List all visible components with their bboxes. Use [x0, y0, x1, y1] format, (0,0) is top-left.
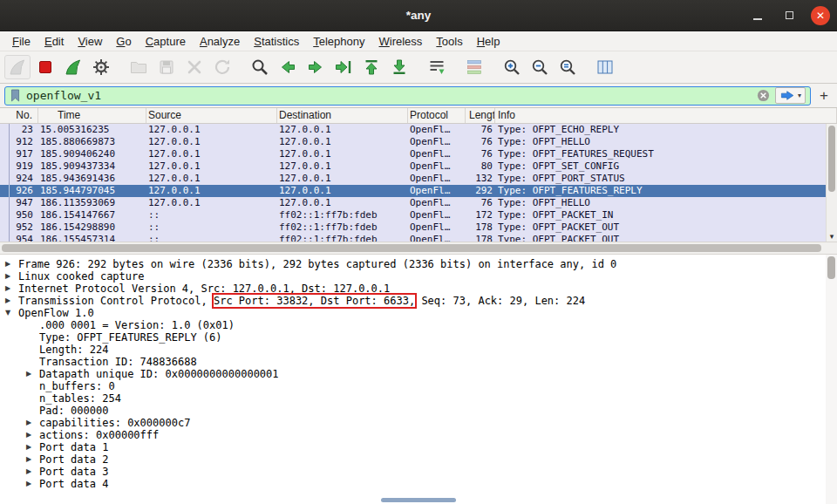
detail-line[interactable]: ▶Transmission Control Protocol, Src Port…: [0, 295, 837, 307]
column-header-length[interactable]: Length: [466, 108, 495, 123]
detail-line[interactable]: ▶Datapath unique ID: 0x0000000000000001: [0, 368, 837, 380]
detail-line[interactable]: ▶Port data 4: [0, 478, 837, 490]
detail-line[interactable]: ▶Linux cooked capture: [0, 270, 837, 283]
zoom-in-button[interactable]: [499, 55, 525, 79]
detail-line[interactable]: Pad: 000000: [0, 405, 837, 417]
menu-bar: FileEditViewGoCaptureAnalyzeStatisticsTe…: [0, 31, 837, 51]
stop-capture-button[interactable]: [32, 55, 58, 79]
filter-bookmark-icon[interactable]: [10, 88, 21, 103]
go-first-button[interactable]: [358, 55, 384, 79]
find-packet-button[interactable]: [247, 55, 273, 79]
details-hscrollbar[interactable]: [381, 498, 456, 502]
detail-line[interactable]: ▶Port data 1: [0, 441, 837, 453]
column-header-source[interactable]: Source: [146, 108, 277, 123]
packet-list-hscrollbar[interactable]: [0, 242, 837, 255]
expand-icon[interactable]: ▶: [26, 478, 39, 490]
menu-item-capture[interactable]: Capture: [139, 33, 193, 50]
scrollbar-handle[interactable]: [827, 256, 835, 279]
cell-time: 185.880669873: [38, 136, 146, 148]
expand-icon[interactable]: ▶: [5, 283, 18, 295]
packet-row[interactable]: 954186.155457314::ff02::1:ff7b:fdebOpenF…: [0, 234, 826, 242]
auto-scroll-button[interactable]: [424, 55, 450, 79]
column-header-no[interactable]: No.: [0, 108, 38, 123]
minimize-button[interactable]: [748, 6, 767, 25]
column-header-destination[interactable]: Destination: [277, 108, 408, 123]
expand-icon[interactable]: ▶: [26, 466, 39, 478]
packet-row[interactable]: 952186.154298890::ff02::1:ff7b:fdebOpenF…: [0, 221, 826, 234]
menu-item-statistics[interactable]: Statistics: [247, 33, 306, 50]
detail-line[interactable]: ▶Internet Protocol Version 4, Src: 127.0…: [0, 283, 837, 295]
close-file-button[interactable]: [181, 55, 208, 79]
zoom-reset-button[interactable]: [555, 55, 581, 79]
scrollbar-handle[interactable]: [2, 244, 821, 252]
resize-columns-button[interactable]: [592, 55, 618, 79]
filter-add-button[interactable]: +: [815, 87, 833, 105]
open-file-button[interactable]: [126, 55, 152, 79]
colorize-button[interactable]: [461, 55, 487, 79]
start-capture-button[interactable]: [4, 55, 31, 79]
go-back-button[interactable]: [275, 55, 301, 79]
expand-icon[interactable]: ▶: [5, 258, 18, 270]
go-forward-button[interactable]: [303, 55, 329, 79]
detail-line[interactable]: ▶capabilities: 0x000000c7: [0, 417, 837, 429]
expand-icon[interactable]: ▶: [5, 295, 18, 307]
column-header-protocol[interactable]: Protocol: [408, 108, 466, 123]
column-header-time[interactable]: Time: [38, 108, 146, 123]
restart-capture-button[interactable]: [60, 55, 86, 79]
menu-item-edit[interactable]: Edit: [37, 33, 71, 50]
cell-length: 178: [466, 234, 495, 242]
menu-item-view[interactable]: View: [71, 33, 109, 50]
packet-row[interactable]: 917185.909406240127.0.0.1127.0.0.1OpenFl…: [0, 148, 826, 160]
menu-item-telephony[interactable]: Telephony: [306, 33, 371, 50]
scroll-down-arrow-icon[interactable]: ▾: [827, 233, 837, 241]
menu-item-go[interactable]: Go: [109, 33, 138, 50]
menu-item-tools[interactable]: Tools: [429, 33, 469, 50]
detail-text: Port data 2: [39, 453, 108, 466]
packet-row[interactable]: 912185.880669873127.0.0.1127.0.0.1OpenFl…: [0, 136, 826, 148]
detail-line[interactable]: ▶actions: 0x00000fff: [0, 429, 837, 441]
expand-icon[interactable]: ▶: [26, 417, 39, 429]
zoom-out-button[interactable]: [527, 55, 553, 79]
detail-line[interactable]: Transaction ID: 748836688: [0, 356, 837, 368]
packet-row[interactable]: 950186.154147667::ff02::1:ff7b:fdebOpenF…: [0, 209, 826, 221]
detail-text: capabilities: 0x000000c7: [39, 417, 190, 429]
filter-input[interactable]: openflow_v1 ▾: [4, 86, 811, 106]
detail-line[interactable]: Length: 224: [0, 344, 837, 356]
maximize-button[interactable]: [779, 6, 799, 25]
expand-icon[interactable]: ▶: [26, 441, 39, 453]
menu-item-help[interactable]: Help: [470, 33, 507, 50]
column-header-info[interactable]: Info: [495, 108, 837, 123]
detail-line[interactable]: ▼OpenFlow 1.0: [0, 307, 837, 319]
expand-icon[interactable]: ▶: [5, 270, 18, 283]
detail-line[interactable]: n_buffers: 0: [0, 380, 837, 392]
packet-row[interactable]: 947186.113593069127.0.0.1127.0.0.1OpenFl…: [0, 197, 826, 209]
expand-icon[interactable]: ▶: [26, 429, 39, 441]
collapse-icon[interactable]: ▼: [5, 307, 18, 319]
detail-line[interactable]: ▶Port data 2: [0, 453, 837, 466]
scrollbar-handle[interactable]: [828, 126, 835, 192]
filter-clear-icon[interactable]: [757, 89, 770, 102]
packet-list-vscrollbar[interactable]: ▾: [826, 124, 837, 242]
expand-icon[interactable]: ▶: [26, 453, 39, 466]
go-last-button[interactable]: [386, 55, 412, 79]
packet-row[interactable]: 919185.909437334127.0.0.1127.0.0.1OpenFl…: [0, 160, 826, 173]
detail-line[interactable]: ▶Port data 3: [0, 466, 837, 478]
reload-file-button[interactable]: [209, 55, 235, 79]
details-vscrollbar[interactable]: [826, 255, 837, 504]
detail-line[interactable]: .000 0001 = Version: 1.0 (0x01): [0, 319, 837, 331]
filter-apply-button[interactable]: ▾: [775, 87, 806, 104]
packet-row[interactable]: 2315.005316235127.0.0.1127.0.0.1OpenFl…7…: [0, 124, 826, 136]
menu-item-analyze[interactable]: Analyze: [193, 33, 247, 50]
expand-icon[interactable]: ▶: [26, 368, 39, 380]
menu-item-file[interactable]: File: [5, 33, 37, 50]
packet-row[interactable]: 926185.944797045127.0.0.1127.0.0.1OpenFl…: [0, 185, 826, 197]
save-file-button[interactable]: [153, 55, 180, 79]
detail-line[interactable]: ▶Frame 926: 292 bytes on wire (2336 bits…: [0, 258, 837, 270]
detail-line[interactable]: n_tables: 254: [0, 392, 837, 405]
close-button[interactable]: ✕: [811, 6, 830, 25]
detail-line[interactable]: Type: OFPT_FEATURES_REPLY (6): [0, 331, 837, 344]
go-to-packet-button[interactable]: [330, 55, 357, 79]
packet-row[interactable]: 924185.943691436127.0.0.1127.0.0.1OpenFl…: [0, 173, 826, 185]
menu-item-wireless[interactable]: Wireless: [372, 33, 430, 50]
capture-options-button[interactable]: [88, 55, 114, 79]
